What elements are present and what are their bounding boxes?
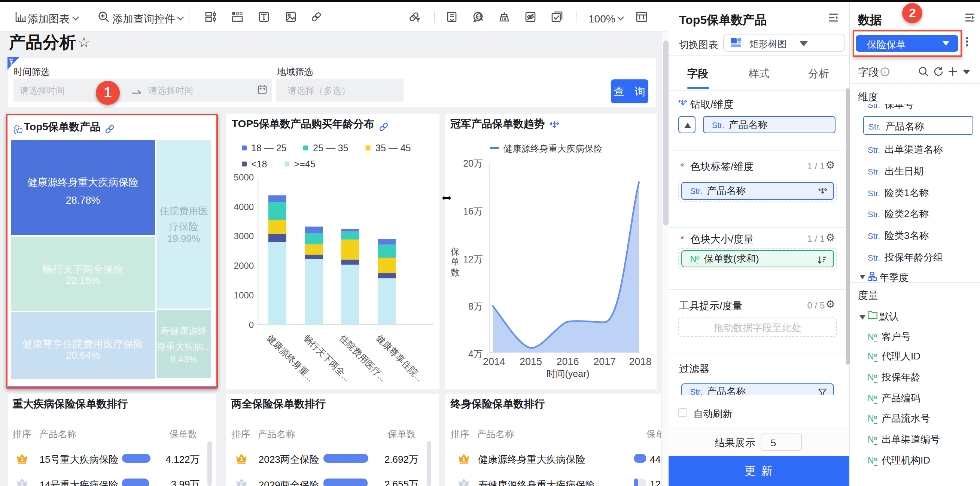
svg-text:2018: 2018 (629, 356, 652, 367)
svg-text:数: 数 (451, 267, 460, 277)
svg-text:3000: 3000 (234, 231, 254, 241)
svg-text:2016: 2016 (557, 356, 579, 367)
svg-text:健康源终身重大疾病保险: 健康源终身重大疾病保险 (503, 143, 602, 153)
svg-text:35 — 45: 35 — 45 (375, 143, 411, 153)
svg-text:20万: 20万 (463, 158, 483, 169)
svg-text:1000: 1000 (234, 290, 254, 300)
svg-text:2014: 2014 (483, 356, 505, 367)
svg-text:4万: 4万 (468, 349, 483, 359)
svg-text:2000: 2000 (234, 261, 254, 271)
svg-text:>=45: >=45 (294, 159, 315, 169)
svg-text:保: 保 (451, 246, 460, 257)
svg-text:时间(year): 时间(year) (546, 368, 589, 379)
svg-text:2017: 2017 (593, 356, 616, 367)
svg-text:2: 2 (462, 480, 465, 486)
svg-text:8万: 8万 (468, 301, 483, 312)
svg-text:4000: 4000 (234, 202, 254, 212)
svg-text:单: 单 (451, 257, 460, 267)
svg-text:16万: 16万 (463, 206, 483, 217)
svg-text:25 — 35: 25 — 35 (313, 143, 348, 153)
svg-text:<18: <18 (251, 159, 267, 169)
svg-text:1: 1 (462, 455, 465, 462)
svg-text:1: 1 (240, 455, 243, 462)
svg-text:2: 2 (21, 480, 24, 486)
svg-text:18 — 25: 18 — 25 (251, 143, 287, 153)
svg-text:12万: 12万 (463, 254, 483, 265)
svg-text:1: 1 (21, 455, 24, 462)
svg-text:5000: 5000 (234, 172, 254, 182)
svg-text:0: 0 (249, 320, 254, 330)
svg-text:2015: 2015 (520, 356, 542, 367)
svg-text:2: 2 (240, 480, 243, 486)
